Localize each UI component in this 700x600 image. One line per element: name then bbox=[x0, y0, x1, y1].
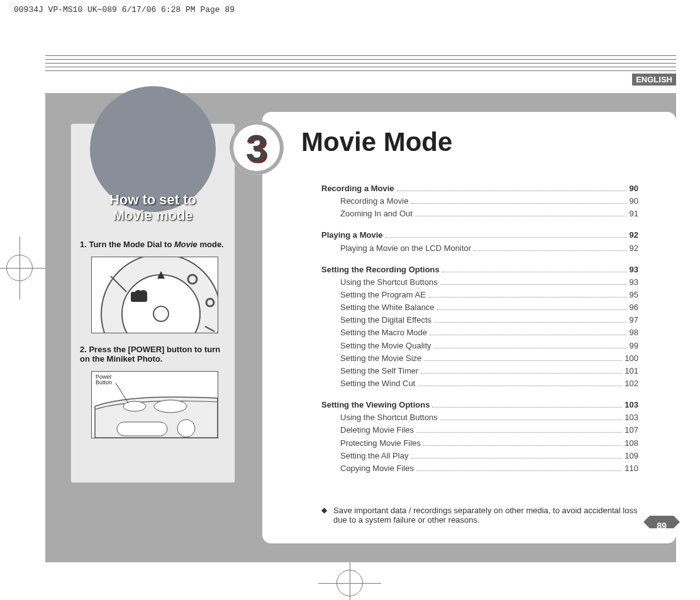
toc-entry: Using the Shortcut Buttons93 bbox=[321, 276, 638, 289]
toc-entry: Setting the Wind Cut102 bbox=[321, 377, 638, 390]
crop-mark-bottom bbox=[336, 570, 363, 596]
power-button-illustration: Power Button bbox=[91, 371, 218, 438]
svg-point-15 bbox=[177, 419, 195, 437]
svg-point-11 bbox=[123, 401, 146, 411]
toc-entry: Protecting Movie Files108 bbox=[321, 437, 638, 450]
toc-entry: Setting the Macro Mode98 bbox=[321, 326, 638, 339]
sidebar-step-1: 1. Turn the Mode Dial to Movie mode. bbox=[80, 240, 226, 249]
svg-rect-14 bbox=[117, 422, 167, 436]
toc-heading: Playing a Movie92 bbox=[321, 229, 638, 242]
toc-entry: Deleting Movie Files107 bbox=[321, 424, 638, 436]
toc-entry: Setting the White Balance96 bbox=[321, 301, 638, 314]
toc-entry: Playing a Movie on the LCD Monitor92 bbox=[321, 242, 638, 255]
content-panel: 3 Movie Mode Recording a Movie90Recordin… bbox=[262, 112, 676, 543]
sidebar-step-2: 2. Press the [POWER] button to turn on t… bbox=[80, 345, 226, 364]
mode-dial-illustration bbox=[91, 257, 218, 333]
chapter-number-badge: 3 bbox=[230, 121, 284, 175]
footnote: ◆ Save important data / recordings separ… bbox=[321, 506, 638, 525]
page-background: How to set to Movie mode 1. Turn the Mod… bbox=[45, 93, 676, 562]
power-button-label: Power Button bbox=[96, 374, 112, 386]
toc-entry: Setting the Self Timer101 bbox=[321, 365, 638, 377]
toc-entry: Setting the Digital Effects97 bbox=[321, 314, 638, 326]
language-badge: ENGLISH bbox=[632, 74, 676, 86]
toc-entry: Zooming In and Out91 bbox=[321, 208, 638, 220]
toc-entry: Copying Movie Files110 bbox=[321, 462, 638, 475]
sidebar-title: How to set to Movie mode bbox=[71, 192, 235, 224]
svg-point-12 bbox=[154, 400, 187, 413]
toc-entry: Setting the Movie Size100 bbox=[321, 352, 638, 365]
toc-entry: Setting the Program AE95 bbox=[321, 289, 638, 301]
sidebar-card: How to set to Movie mode 1. Turn the Mod… bbox=[70, 123, 235, 483]
toc-heading: Setting the Viewing Options103 bbox=[321, 399, 638, 411]
toc-entry: Using the Shortcut Buttons103 bbox=[321, 411, 638, 424]
note-bullet-icon: ◆ bbox=[321, 506, 327, 525]
toc-heading: Setting the Recording Options93 bbox=[321, 264, 638, 276]
table-of-contents: Recording a Movie90Recording a Movie90Zo… bbox=[321, 182, 638, 475]
chapter-title: Movie Mode bbox=[301, 127, 452, 157]
page-number-badge: 89 bbox=[643, 516, 680, 536]
svg-point-7 bbox=[135, 290, 142, 297]
toc-entry: Recording a Movie90 bbox=[321, 195, 638, 208]
toc-entry: Setting the All Play109 bbox=[321, 450, 638, 462]
header-rules bbox=[45, 55, 676, 74]
toc-entry: Setting the Movie Quality99 bbox=[321, 340, 638, 352]
note-text: Save important data / recordings separat… bbox=[333, 506, 638, 525]
print-header: 00934J VP-MS10 UK~089 6/17/06 6:28 PM Pa… bbox=[14, 5, 235, 14]
toc-heading: Recording a Movie90 bbox=[321, 182, 638, 195]
crop-mark-left bbox=[6, 255, 33, 281]
